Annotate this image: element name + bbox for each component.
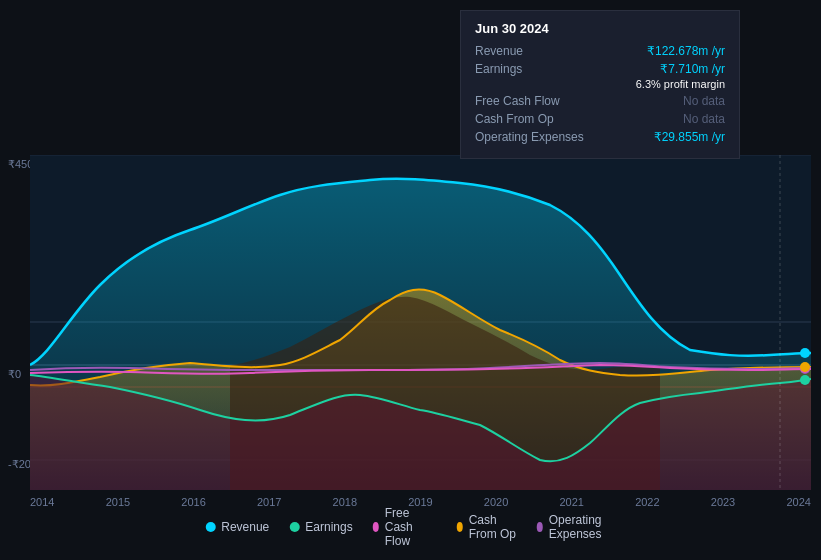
tooltip-value-cashop: No data bbox=[683, 112, 725, 126]
tooltip-label-cashop: Cash From Op bbox=[475, 112, 585, 126]
tooltip-row-earnings: Earnings ₹7.710m /yr bbox=[475, 62, 725, 76]
tooltip-label-earnings: Earnings bbox=[475, 62, 585, 76]
legend-item-revenue[interactable]: Revenue bbox=[205, 520, 269, 534]
tooltip-label-revenue: Revenue bbox=[475, 44, 585, 58]
legend-item-earnings[interactable]: Earnings bbox=[289, 520, 352, 534]
tooltip-value-opex: ₹29.855m /yr bbox=[654, 130, 725, 144]
legend-label-opex: Operating Expenses bbox=[549, 513, 616, 541]
chart-container: Jun 30 2024 Revenue ₹122.678m /yr Earnin… bbox=[0, 0, 821, 560]
main-chart-svg bbox=[30, 155, 811, 490]
legend-dot-cash-from-op bbox=[457, 522, 463, 532]
tooltip-date: Jun 30 2024 bbox=[475, 21, 725, 36]
cashop-end-dot bbox=[800, 362, 810, 372]
tooltip-label-opex: Operating Expenses bbox=[475, 130, 585, 144]
legend-dot-opex bbox=[537, 522, 543, 532]
legend-label-cash-from-op: Cash From Op bbox=[469, 513, 517, 541]
legend-item-opex[interactable]: Operating Expenses bbox=[537, 513, 616, 541]
tooltip-row-fcf: Free Cash Flow No data bbox=[475, 94, 725, 108]
legend-label-earnings: Earnings bbox=[305, 520, 352, 534]
legend-item-cash-from-op[interactable]: Cash From Op bbox=[457, 513, 517, 541]
legend-item-fcf[interactable]: Free Cash Flow bbox=[373, 506, 437, 548]
tooltip-value-revenue: ₹122.678m /yr bbox=[647, 44, 725, 58]
tooltip-row-opex: Operating Expenses ₹29.855m /yr bbox=[475, 130, 725, 144]
x-label-2016: 2016 bbox=[181, 496, 205, 508]
tooltip-sub-earnings: 6.3% profit margin bbox=[475, 78, 725, 90]
tooltip-value-fcf: No data bbox=[683, 94, 725, 108]
legend-label-revenue: Revenue bbox=[221, 520, 269, 534]
legend-label-fcf: Free Cash Flow bbox=[385, 506, 437, 548]
chart-legend: Revenue Earnings Free Cash Flow Cash Fro… bbox=[205, 506, 616, 548]
x-label-2022: 2022 bbox=[635, 496, 659, 508]
tooltip-row-revenue: Revenue ₹122.678m /yr bbox=[475, 44, 725, 58]
legend-dot-revenue bbox=[205, 522, 215, 532]
x-label-2023: 2023 bbox=[711, 496, 735, 508]
legend-dot-earnings bbox=[289, 522, 299, 532]
revenue-end-dot bbox=[800, 348, 810, 358]
tooltip-row-cashop: Cash From Op No data bbox=[475, 112, 725, 126]
earnings-end-dot bbox=[800, 375, 810, 385]
x-label-2024: 2024 bbox=[786, 496, 810, 508]
x-label-2014: 2014 bbox=[30, 496, 54, 508]
y-label-zero: ₹0 bbox=[8, 368, 21, 381]
tooltip-box: Jun 30 2024 Revenue ₹122.678m /yr Earnin… bbox=[460, 10, 740, 159]
x-label-2015: 2015 bbox=[106, 496, 130, 508]
tooltip-label-fcf: Free Cash Flow bbox=[475, 94, 585, 108]
tooltip-value-earnings: ₹7.710m /yr bbox=[660, 62, 725, 76]
legend-dot-fcf bbox=[373, 522, 379, 532]
